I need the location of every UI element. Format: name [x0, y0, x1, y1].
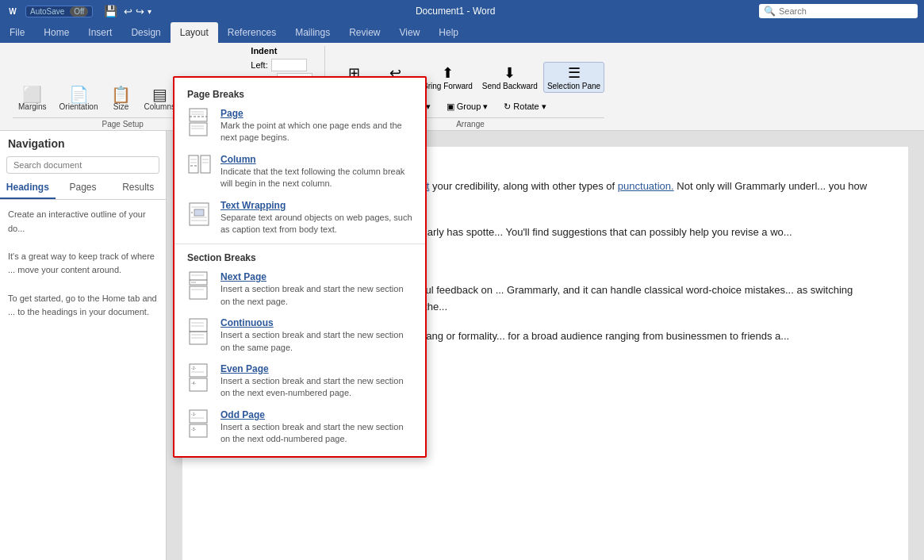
tab-view[interactable]: View	[390, 22, 430, 43]
save-button[interactable]: 💾	[104, 5, 117, 17]
break-page-icon	[187, 108, 213, 136]
send-backward-button[interactable]: ⬇ Send Backward	[478, 62, 542, 93]
redo-button[interactable]: ↪	[136, 6, 144, 17]
nav-content: Create an interactive outline of your do…	[0, 200, 166, 328]
break-page-text: Page Mark the point at which one page en…	[220, 108, 412, 144]
svg-rect-16	[194, 209, 204, 216]
svg-text:-4-: -4-	[191, 381, 196, 385]
tab-insert[interactable]: Insert	[79, 22, 121, 43]
break-continuous-item[interactable]: Continuous Insert a section break and st…	[174, 313, 425, 359]
break-page-title[interactable]: Page	[220, 108, 412, 119]
navigation-panel: Navigation Headings Pages Results Create…	[0, 131, 167, 560]
section-divider	[174, 244, 425, 244]
break-textwrap-desc: Separate text around objects on web page…	[220, 212, 412, 236]
break-evenpage-item[interactable]: -2- -4- Even Page Insert a section break…	[174, 359, 425, 405]
search-bar[interactable]: 🔍	[759, 4, 918, 18]
tab-help[interactable]: Help	[429, 22, 468, 43]
svg-text:-3-: -3-	[191, 427, 196, 432]
break-continuous-text: Continuous Insert a section break and st…	[220, 317, 412, 354]
svg-rect-7	[189, 155, 198, 173]
evenpage-break-svg: -2- -4-	[188, 363, 212, 392]
ribbon-content: ⬜ Margins 📄 Orientation 📋 Size ▤ Columns…	[0, 43, 924, 130]
section-breaks-title: Section Breaks	[174, 247, 425, 267]
word-icon: W	[6, 5, 19, 17]
orientation-icon: 📄	[69, 86, 89, 102]
break-textwrap-title[interactable]: Text Wrapping	[220, 200, 412, 211]
bring-forward-button[interactable]: ⬆ Bring Forward	[419, 62, 477, 93]
indent-left-input[interactable]: 0"	[271, 59, 307, 71]
margins-button[interactable]: ⬜ Margins	[13, 83, 52, 114]
tab-design[interactable]: Design	[121, 22, 170, 43]
autosave-label: AutoSave	[30, 7, 64, 16]
break-column-text: Column Indicate that the text following …	[220, 154, 412, 190]
svg-rect-8	[201, 155, 210, 173]
break-evenpage-title[interactable]: Even Page	[220, 363, 412, 374]
size-button[interactable]: 📋 Size	[105, 83, 137, 114]
break-nextpage-desc: Insert a section break and start the new…	[220, 283, 412, 308]
break-oddpage-item[interactable]: -1- -3- Odd Page Insert a section break …	[174, 405, 425, 451]
rotate-icon: ↻	[504, 102, 511, 112]
break-nextpage-icon	[187, 271, 213, 300]
tab-file[interactable]: File	[0, 22, 34, 43]
autosave-toggle[interactable]: Off	[70, 6, 88, 17]
svg-rect-22	[190, 286, 207, 299]
oddpage-break-svg: -1- -3-	[188, 409, 212, 438]
undo-redo-group: ↩ ↪ ▾	[124, 6, 151, 17]
nav-tab-headings[interactable]: Headings	[0, 177, 56, 199]
undo-button[interactable]: ↩	[124, 6, 132, 17]
selection-pane-icon: ☰	[568, 64, 581, 82]
break-textwrap-text: Text Wrapping Separate text around objec…	[220, 200, 412, 236]
tab-references[interactable]: References	[218, 22, 286, 43]
title-bar: W AutoSave Off 💾 ↩ ↪ ▾ Document1 - Word …	[0, 0, 924, 22]
page-break-svg	[188, 108, 212, 136]
page-breaks-title: Page Breaks	[174, 84, 425, 103]
send-backward-icon: ⬇	[504, 64, 516, 82]
nav-tab-results[interactable]: Results	[110, 177, 166, 199]
break-oddpage-title[interactable]: Odd Page	[220, 409, 412, 420]
ribbon: File Home Insert Design Layout Reference…	[0, 22, 924, 131]
size-icon: 📋	[111, 86, 131, 102]
svg-text:-2-: -2-	[191, 366, 196, 370]
svg-rect-0	[190, 109, 207, 121]
nav-content-text: Create an interactive outline of your do…	[8, 208, 158, 320]
break-oddpage-icon: -1- -3-	[187, 409, 213, 438]
tab-layout[interactable]: Layout	[171, 22, 218, 43]
nav-tabs: Headings Pages Results	[0, 177, 166, 200]
tab-mailings[interactable]: Mailings	[286, 22, 339, 43]
ribbon-tabs: File Home Insert Design Layout Reference…	[0, 22, 924, 43]
main-area: Navigation Headings Pages Results Create…	[0, 131, 924, 560]
autosave-badge[interactable]: AutoSave Off	[25, 6, 93, 17]
column-break-svg	[188, 154, 212, 182]
break-page-item[interactable]: Page Mark the point at which one page en…	[174, 103, 425, 149]
break-column-item[interactable]: Column Indicate that the text following …	[174, 149, 425, 195]
break-column-desc: Indicate that the text following the col…	[220, 166, 412, 190]
svg-rect-2	[190, 123, 207, 136]
nav-tab-pages[interactable]: Pages	[56, 177, 111, 199]
search-input[interactable]	[779, 6, 913, 16]
break-textwrap-item[interactable]: Text Wrapping Separate text around objec…	[174, 195, 425, 241]
columns-icon: ▤	[152, 86, 167, 102]
nav-search-container	[6, 156, 159, 174]
break-continuous-title[interactable]: Continuous	[220, 317, 412, 328]
textwrap-break-svg	[188, 200, 212, 228]
break-nextpage-title[interactable]: Next Page	[220, 271, 412, 282]
punctuation-text: punctuation.	[618, 180, 674, 192]
titlebar-right: 🔍	[759, 4, 918, 18]
break-oddpage-desc: Insert a section break and start the new…	[220, 421, 412, 446]
tab-review[interactable]: Review	[339, 22, 389, 43]
selection-pane-button[interactable]: ☰ Selection Pane	[543, 62, 604, 93]
bring-forward-icon: ⬆	[442, 64, 454, 82]
customize-qat-button[interactable]: ▾	[148, 6, 151, 17]
group-button[interactable]: ▣ Group ▾	[441, 99, 494, 114]
document-title: Document1 - Word	[416, 6, 495, 17]
break-nextpage-text: Next Page Insert a section break and sta…	[220, 271, 412, 308]
nextpage-break-svg	[188, 271, 212, 300]
break-textwrap-icon	[187, 200, 213, 228]
tab-home[interactable]: Home	[34, 22, 79, 43]
break-column-title[interactable]: Column	[220, 154, 412, 165]
nav-search-input[interactable]	[6, 156, 159, 174]
orientation-button[interactable]: 📄 Orientation	[54, 83, 104, 114]
break-nextpage-item[interactable]: Next Page Insert a section break and sta…	[174, 267, 425, 313]
rotate-button[interactable]: ↻ Rotate ▾	[498, 99, 551, 114]
group-icon: ▣	[447, 102, 454, 112]
